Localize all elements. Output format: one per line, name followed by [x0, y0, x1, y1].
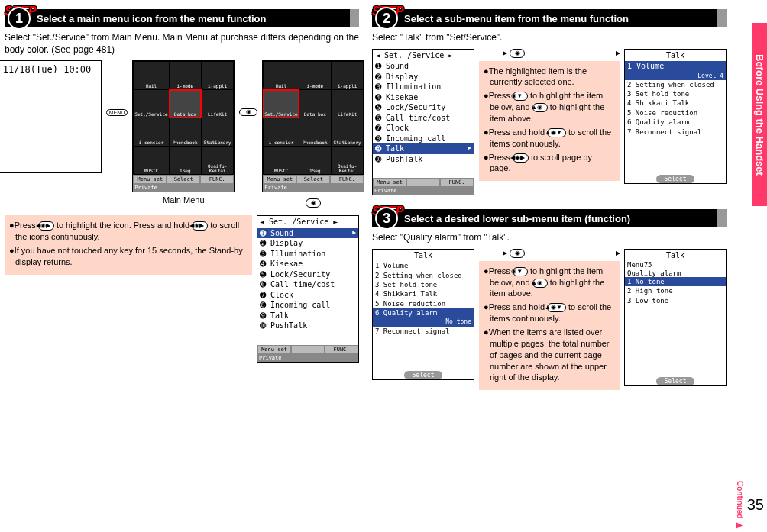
- step2-bar: 2 Select a sub-menu item from the menu f…: [372, 9, 727, 27]
- grid-stationery: Stationery: [202, 118, 233, 146]
- list-volume: 1 Volume: [625, 61, 726, 72]
- step2-body: Select "Talk" from "Set/Service".: [372, 32, 727, 44]
- grid-data-box: Data box: [170, 90, 201, 118]
- continued-label: Continued ▶: [736, 481, 744, 529]
- step2-title: Select a sub-menu item from the menu fun…: [404, 13, 629, 24]
- step3-hint: ●Press ◉▼ to highlight the item below, a…: [479, 261, 620, 390]
- grid-osaifu: Osaifu-Keitai: [202, 147, 233, 174]
- step3-num: 3: [375, 207, 398, 230]
- step2-num: 2: [375, 7, 398, 30]
- standby-screen: 11/18(Tue) 10:00: [0, 60, 102, 173]
- list-no-tone: 1 No tone: [625, 277, 726, 286]
- list-quality-alarm: 6 Quality alarm: [373, 308, 474, 318]
- set-service-list-1: ◄ Set. /Service ► ➊ Sound▶ ➋ Display ➌ I…: [257, 215, 359, 363]
- grid-set-service-sel: Set./Service: [264, 90, 298, 118]
- set-service-list-2: ◄ Set. /Service ► ➊ Sound ➋ Display ➌ Il…: [372, 49, 474, 196]
- nav-center-icon: ◉: [306, 198, 321, 208]
- step3-bar: 3 Select a desired lower sub-menu item (…: [372, 209, 727, 227]
- step3-title: Select a desired lower sub-menu item (fu…: [404, 213, 630, 224]
- step1-hint: ●Press ◀◉▶ to highlight the icon. Press …: [5, 215, 252, 274]
- quality-alarm-list: Talk Menu75 Quality alarm 1 No tone 2 Hi…: [624, 249, 727, 386]
- side-tab: Before Using the Handset: [752, 23, 767, 206]
- grid-music: MUSIC: [134, 147, 168, 174]
- step1-num: 1: [8, 7, 31, 30]
- step3-body: Select "Quality alarm" from "Talk".: [372, 232, 727, 244]
- step1-bar: 1 Select a main menu icon from the menu …: [5, 9, 359, 27]
- grid-phonebook: Phonebook: [170, 118, 201, 146]
- nav-center-icon-3: ◉: [510, 249, 525, 258]
- main-menu-screen-2: Mail i-mode i-appli Set./Service Data bo…: [262, 60, 364, 192]
- main-menu-caption: Main Menu: [163, 195, 204, 205]
- menu-key-icon: MENU: [106, 109, 128, 116]
- main-menu-screen-1: Mail i-mode i-appli Set./Service Data bo…: [132, 60, 235, 192]
- step1-title: Select a main menu icon from the menu fu…: [37, 13, 267, 24]
- grid-set-service: Set./Service: [134, 90, 168, 118]
- grid-imode: i-mode: [170, 62, 201, 89]
- talk-list: Talk 1 Volume Level 4 2 Setting when clo…: [624, 49, 727, 184]
- nav-h-icon: ◉: [239, 108, 257, 116]
- nav-center-icon-2: ◉: [510, 49, 525, 58]
- grid-lifekit: LifeKit: [202, 90, 233, 118]
- talk-list-2: Talk 1 Volume 2 Setting when closed 3 Se…: [372, 249, 474, 380]
- grid-mail: Mail: [134, 62, 168, 89]
- step2-hint: ●The highlighted item is the currently s…: [479, 61, 620, 182]
- list-talk: ➒ Talk▶: [373, 143, 474, 154]
- grid-iconcier: i-concier: [134, 118, 168, 146]
- grid-iappli: i-appli: [202, 62, 233, 89]
- select-soft-key: Select: [656, 175, 694, 183]
- list-sound: ➊ Sound▶: [257, 228, 358, 239]
- page-number: 35: [747, 496, 764, 514]
- step1-body: Select "Set./Service" from Main Menu. Ma…: [5, 32, 359, 56]
- grid-1seg: 1Seg: [170, 147, 201, 174]
